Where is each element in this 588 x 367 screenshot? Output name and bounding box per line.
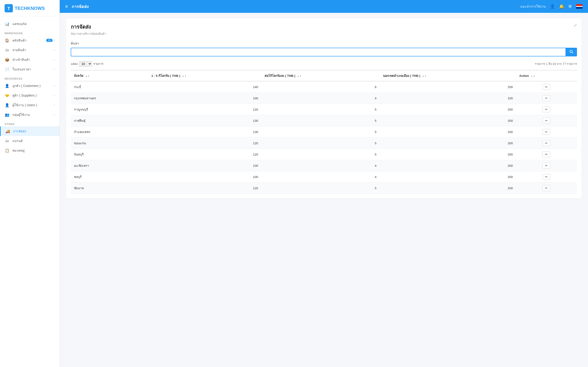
table-row: ชัยนาท1205200✏ <box>71 183 577 194</box>
edit-button[interactable]: ✏ <box>543 106 550 112</box>
search-button[interactable] <box>565 48 577 56</box>
edit-button[interactable]: ✏ <box>543 151 550 157</box>
cell-action: ✏ <box>516 115 577 126</box>
col-action[interactable]: Action ▲▼ <box>516 70 577 81</box>
guide-label[interactable]: แนะนำการใช้งาน <box>520 4 546 9</box>
col-weight1-5[interactable]: 1 - 5 กิโลกรัม ( THB ) ▲▼ <box>148 70 261 81</box>
page-title-area: การจัดส่ง จัดการค่าบริการจัดส่งสินค้า <box>71 23 106 36</box>
edit-button[interactable]: ✏ <box>543 163 550 169</box>
cell-out-of-city: 200 <box>380 149 516 160</box>
cell-per-kg: 5 <box>261 104 380 115</box>
chevron-right-icon: › <box>54 48 55 52</box>
svg-point-2 <box>570 50 572 53</box>
sort-icon: ▲▼ <box>422 75 427 77</box>
sidebar-item-dashboard[interactable]: 📊 แดชบอร์ด <box>0 19 60 29</box>
sidebar-item-import[interactable]: 📦 นำเข้าสินค้า › <box>0 55 60 65</box>
shipping-table: จังหวัด ▲▼ 1 - 5 กิโลกรัม ( THB ) ▲▼ ต่อ… <box>71 70 577 194</box>
sidebar-item-label: จ่ายสินค้า <box>12 48 54 52</box>
sidebar-item-label: หมวดหมู่ <box>12 148 55 153</box>
cell-weight1-5: 120 <box>148 183 261 194</box>
show-text: แสดง <box>71 61 78 66</box>
sidebar-item-suppliers[interactable]: 🤝 คู่ค้า ( Suppliers ) › <box>0 91 60 100</box>
sidebar-logo: T TECHKNOWS <box>0 0 60 17</box>
cell-per-kg: 5 <box>261 149 380 160</box>
col-out-of-city[interactable]: นอกเขตอำเภอเมือง ( THB ) ▲▼ <box>380 70 516 81</box>
cell-action: ✏ <box>516 81 577 93</box>
sidebar: T TECHKNOWS 📊 แดชบอร์ด WAREHOUSE 🏠 คลังส… <box>0 0 60 367</box>
bell-icon[interactable]: 🔔 <box>559 4 564 9</box>
sidebar-section-other: OTHER <box>0 119 60 126</box>
sidebar-item-sell[interactable]: 🗂 จ่ายสินค้า › <box>0 45 60 55</box>
hamburger-icon[interactable]: ≡ <box>65 4 68 9</box>
cell-weight1-5: 120 <box>148 138 261 149</box>
edit-button[interactable]: ✏ <box>543 95 550 101</box>
sidebar-item-label: แบรนด์ <box>12 138 55 143</box>
svg-text:T: T <box>7 6 10 11</box>
edit-button[interactable]: ✏ <box>543 129 550 135</box>
sidebar-item-label: กลุ่มผู้ใช้งาน <box>12 112 54 117</box>
sidebar-navigation: 📊 แดชบอร์ด WAREHOUSE 🏠 คลังสินค้า 10 › 🗂… <box>0 17 60 158</box>
cell-action: ✏ <box>516 171 577 183</box>
sidebar-item-shipping[interactable]: 🚚 การจัดส่ง <box>0 126 60 136</box>
sidebar-section-warehouse: WAREHOUSE <box>0 29 60 35</box>
sort-icon: ▲▼ <box>182 75 187 77</box>
sidebar-section-resources: RESOURCES <box>0 74 60 81</box>
edit-button[interactable]: ✏ <box>543 185 550 191</box>
table-row: กระบี่1406200✏ <box>71 81 577 93</box>
per-page-select[interactable]: 10 25 50 100 <box>79 61 92 67</box>
page-subtitle: จัดการค่าบริการจัดส่งสินค้า <box>71 31 106 36</box>
cell-per-kg: 6 <box>261 81 380 93</box>
cell-province: ชลบุรี <box>71 171 148 183</box>
table-row: ขอนแก่น1205200✏ <box>71 138 577 149</box>
show-controls: แสดง 10 25 50 100 รายการ <box>71 61 103 67</box>
sidebar-item-label: การจัดส่ง <box>13 129 55 134</box>
cell-province: กรุงเทพมหานคร <box>71 93 148 104</box>
cell-out-of-city: 200 <box>380 183 516 194</box>
sidebar-item-customers[interactable]: 👤 ลูกค้า ( Customers ) › <box>0 81 60 91</box>
cell-weight1-5: 100 <box>148 171 261 183</box>
edit-button[interactable]: ✏ <box>543 118 550 124</box>
cell-province: กาญจนบุรี <box>71 104 148 115</box>
pricelist-icon: 📄 <box>5 67 10 72</box>
table-row: กาญจนบุรี1205200✏ <box>71 104 577 115</box>
edit-button[interactable]: ✏ <box>543 84 550 90</box>
sidebar-item-brand[interactable]: 🗂 แบรนด์ <box>0 136 60 146</box>
cell-out-of-city: 200 <box>380 81 516 93</box>
col-per-kg[interactable]: ต่อไกิโลกรัมละ ( THB ) ▲▼ <box>261 70 380 81</box>
sidebar-item-users[interactable]: 👤 ผู้ใช้งาน ( Users ) › <box>0 100 60 110</box>
topbar-actions: แนะนำการใช้งาน 👤 🔔 ⚙ <box>520 4 582 9</box>
usergroups-icon: 👥 <box>5 112 10 117</box>
search-input[interactable] <box>71 48 565 56</box>
cell-out-of-city: 200 <box>380 138 516 149</box>
table-row: จันทบุรี1205200✏ <box>71 149 577 160</box>
cell-province: ขอนแก่น <box>71 138 148 149</box>
chevron-right-icon: › <box>54 113 55 116</box>
sidebar-item-label: ใบเสนอราคา <box>12 67 54 72</box>
sidebar-item-usergroups[interactable]: 👥 กลุ่มผู้ใช้งาน › <box>0 110 60 119</box>
col-province[interactable]: จังหวัด ▲▼ <box>71 70 148 81</box>
sidebar-item-label: คลังสินค้า <box>12 38 46 43</box>
sidebar-item-inventory[interactable]: 🏠 คลังสินค้า 10 › <box>0 35 60 45</box>
cell-per-kg: 4 <box>261 171 380 183</box>
home-icon: 🏠 <box>5 38 10 43</box>
flag-icon[interactable] <box>576 4 582 9</box>
cell-weight1-5: 100 <box>148 160 261 171</box>
chevron-right-icon: › <box>54 84 55 87</box>
logo-icon: T <box>5 4 13 12</box>
edit-button[interactable]: ✏ <box>543 140 550 146</box>
cell-out-of-city: 200 <box>380 115 516 126</box>
gear-icon[interactable]: ⚙ <box>568 4 572 9</box>
cell-per-kg: 4 <box>261 93 380 104</box>
table-row: ฉะเชิงเทรา1004200✏ <box>71 160 577 171</box>
table-row: กาฬสินธุ์1305200✏ <box>71 115 577 126</box>
user-icon[interactable]: 👤 <box>550 4 555 9</box>
chevron-right-icon: › <box>54 94 55 97</box>
expand-button[interactable]: ⤢ <box>573 23 577 28</box>
sidebar-item-category[interactable]: 📋 หมวดหมู่ <box>0 146 60 155</box>
shipping-card: การจัดส่ง จัดการค่าบริการจัดส่งสินค้า ⤢ … <box>66 18 582 198</box>
edit-button[interactable]: ✏ <box>543 174 550 180</box>
users-icon: 👤 <box>5 102 10 108</box>
cell-action: ✏ <box>516 160 577 171</box>
sidebar-item-pricelist[interactable]: 📄 ใบเสนอราคา › <box>0 65 60 74</box>
search-label: ค้นหา <box>71 41 577 46</box>
